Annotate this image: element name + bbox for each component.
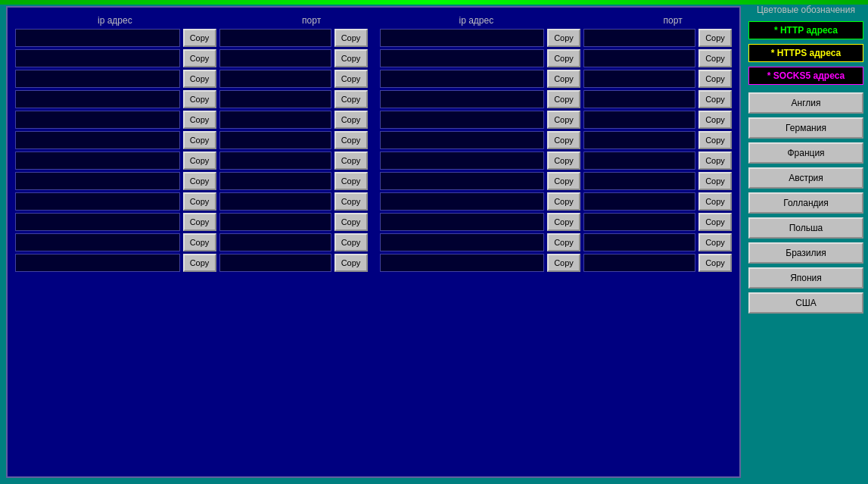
right-port-input-6[interactable] [583,151,695,170]
left-port-copy-btn-3[interactable]: Copy [334,90,368,108]
left-port-copy-btn-5[interactable]: Copy [334,131,368,149]
left-port-copy-btn-6[interactable]: Copy [334,151,368,170]
left-port-copy-btn-4[interactable]: Copy [334,111,368,129]
right-ip-copy-btn-4[interactable]: Copy [547,111,580,129]
right-ip-copy-btn-9[interactable]: Copy [547,213,580,231]
country-btn-польша[interactable]: Польша [748,217,863,239]
right-ip-copy-btn-7[interactable]: Copy [547,172,580,190]
left-port-input-4[interactable] [219,111,331,129]
left-ip-copy-btn-5[interactable]: Copy [183,131,216,149]
right-port-input-9[interactable] [583,213,695,231]
right-ip-input-2[interactable] [380,70,545,88]
right-ip-input-1[interactable] [380,49,545,67]
left-port-copy-btn-8[interactable]: Copy [334,192,368,211]
right-ip-input-8[interactable] [380,192,545,211]
right-ip-copy-btn-10[interactable]: Copy [547,233,580,251]
left-port-copy-btn-11[interactable]: Copy [334,254,368,272]
right-port-copy-btn-2[interactable]: Copy [698,70,732,88]
right-port-input-0[interactable] [583,29,695,47]
left-ip-copy-btn-1[interactable]: Copy [183,49,216,67]
left-ip-input-11[interactable] [15,254,180,272]
right-port-input-1[interactable] [583,49,695,67]
left-ip-input-7[interactable] [15,172,180,190]
right-port-copy-btn-1[interactable]: Copy [698,49,732,67]
left-ip-input-9[interactable] [15,213,180,231]
country-btn-германия[interactable]: Германия [748,117,863,139]
left-port-input-8[interactable] [219,192,331,211]
left-ip-input-0[interactable] [15,29,180,47]
left-ip-copy-btn-3[interactable]: Copy [183,90,216,108]
country-btn-австрия[interactable]: Австрия [748,167,863,189]
right-port-copy-btn-11[interactable]: Copy [698,254,732,272]
left-port-input-10[interactable] [219,233,331,251]
left-ip-copy-btn-9[interactable]: Copy [183,213,216,231]
left-ip-input-10[interactable] [15,233,180,251]
right-ip-copy-btn-2[interactable]: Copy [547,70,580,88]
left-ip-copy-btn-11[interactable]: Copy [183,254,216,272]
right-ip-copy-btn-6[interactable]: Copy [547,151,580,170]
right-port-copy-btn-9[interactable]: Copy [698,213,732,231]
left-ip-copy-btn-0[interactable]: Copy [183,29,216,47]
left-port-input-2[interactable] [219,70,331,88]
left-port-copy-btn-7[interactable]: Copy [334,172,368,190]
left-port-copy-btn-10[interactable]: Copy [334,233,368,251]
right-port-copy-btn-8[interactable]: Copy [698,192,732,211]
right-port-input-4[interactable] [583,111,695,129]
left-port-copy-btn-9[interactable]: Copy [334,213,368,231]
right-port-copy-btn-4[interactable]: Copy [698,111,732,129]
left-ip-input-1[interactable] [15,49,180,67]
left-port-copy-btn-2[interactable]: Copy [334,70,368,88]
left-ip-input-3[interactable] [15,90,180,108]
country-btn-франция[interactable]: Франция [748,142,863,164]
left-port-input-0[interactable] [219,29,331,47]
left-ip-copy-btn-4[interactable]: Copy [183,111,216,129]
right-port-input-2[interactable] [583,70,695,88]
country-btn-сша[interactable]: США [748,292,863,314]
left-ip-input-6[interactable] [15,151,180,170]
right-ip-input-5[interactable] [380,131,545,149]
left-ip-copy-btn-7[interactable]: Copy [183,172,216,190]
left-port-input-9[interactable] [219,213,331,231]
right-port-copy-btn-10[interactable]: Copy [698,233,732,251]
right-port-input-5[interactable] [583,131,695,149]
left-ip-input-4[interactable] [15,111,180,129]
left-ip-input-2[interactable] [15,70,180,88]
right-port-input-7[interactable] [583,172,695,190]
right-port-copy-btn-7[interactable]: Copy [698,172,732,190]
country-btn-япония[interactable]: Япония [748,267,863,289]
right-port-copy-btn-6[interactable]: Copy [698,151,732,170]
right-ip-input-0[interactable] [380,29,545,47]
left-port-copy-btn-0[interactable]: Copy [334,29,368,47]
right-port-copy-btn-0[interactable]: Copy [698,29,732,47]
right-port-copy-btn-5[interactable]: Copy [698,131,732,149]
right-ip-input-9[interactable] [380,213,545,231]
left-port-input-1[interactable] [219,49,331,67]
right-ip-input-6[interactable] [380,151,545,170]
right-port-copy-btn-3[interactable]: Copy [698,90,732,108]
right-ip-input-4[interactable] [380,111,545,129]
right-ip-copy-btn-11[interactable]: Copy [547,254,580,272]
right-ip-copy-btn-3[interactable]: Copy [547,90,580,108]
left-ip-input-8[interactable] [15,192,180,211]
right-ip-input-10[interactable] [380,233,545,251]
right-port-input-10[interactable] [583,233,695,251]
right-port-input-3[interactable] [583,90,695,108]
left-port-input-11[interactable] [219,254,331,272]
left-port-copy-btn-1[interactable]: Copy [334,49,368,67]
left-ip-copy-btn-8[interactable]: Copy [183,192,216,211]
right-ip-input-11[interactable] [380,254,545,272]
right-ip-copy-btn-1[interactable]: Copy [547,49,580,67]
right-ip-copy-btn-0[interactable]: Copy [547,29,580,47]
right-port-input-11[interactable] [583,254,695,272]
left-ip-copy-btn-6[interactable]: Copy [183,151,216,170]
country-btn-бразилия[interactable]: Бразилия [748,242,863,264]
right-ip-copy-btn-8[interactable]: Copy [547,192,580,211]
left-port-input-7[interactable] [219,172,331,190]
right-port-input-8[interactable] [583,192,695,211]
right-ip-copy-btn-5[interactable]: Copy [547,131,580,149]
right-ip-input-7[interactable] [380,172,545,190]
left-port-input-6[interactable] [219,151,331,170]
country-btn-голландия[interactable]: Голландия [748,192,863,214]
left-port-input-3[interactable] [219,90,331,108]
left-ip-copy-btn-2[interactable]: Copy [183,70,216,88]
